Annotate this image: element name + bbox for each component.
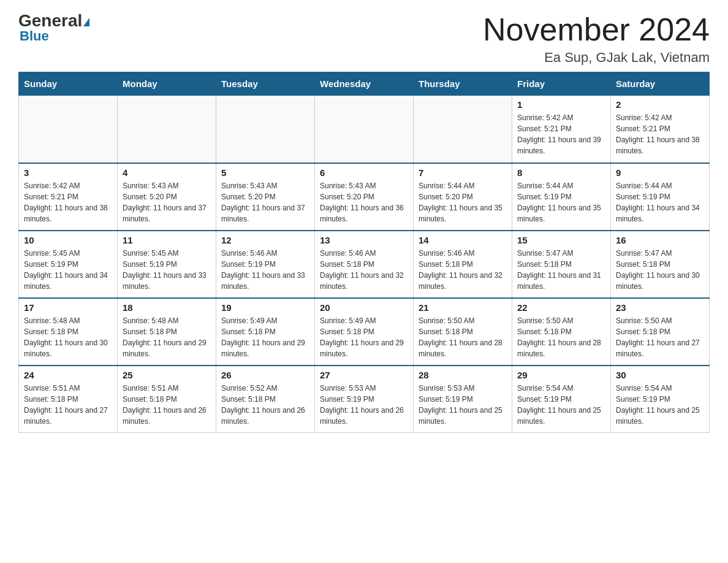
logo-triangle-icon xyxy=(83,18,89,26)
day-number: 4 xyxy=(123,167,211,178)
day-number: 10 xyxy=(24,235,112,245)
day-number: 30 xyxy=(616,370,704,380)
day-number: 19 xyxy=(221,302,309,313)
calendar-cell: 7Sunrise: 5:44 AMSunset: 5:20 PMDaylight… xyxy=(414,163,512,231)
calendar-cell: 21Sunrise: 5:50 AMSunset: 5:18 PMDayligh… xyxy=(414,298,512,366)
calendar-cell: 9Sunrise: 5:44 AMSunset: 5:19 PMDaylight… xyxy=(611,163,710,231)
calendar-cell: 29Sunrise: 5:54 AMSunset: 5:19 PMDayligh… xyxy=(512,366,611,433)
day-info: Sunrise: 5:46 AMSunset: 5:18 PMDaylight:… xyxy=(320,248,408,292)
calendar-cell: 27Sunrise: 5:53 AMSunset: 5:19 PMDayligh… xyxy=(315,366,414,433)
day-number: 16 xyxy=(616,235,704,245)
calendar-cell: 10Sunrise: 5:45 AMSunset: 5:19 PMDayligh… xyxy=(19,231,118,298)
day-number: 9 xyxy=(616,167,704,178)
calendar-cell xyxy=(414,96,512,163)
calendar-cell: 1Sunrise: 5:42 AMSunset: 5:21 PMDaylight… xyxy=(512,96,611,163)
calendar-week-row: 17Sunrise: 5:48 AMSunset: 5:18 PMDayligh… xyxy=(19,298,710,366)
calendar-cell: 15Sunrise: 5:47 AMSunset: 5:18 PMDayligh… xyxy=(512,231,611,298)
calendar-cell: 18Sunrise: 5:48 AMSunset: 5:18 PMDayligh… xyxy=(118,298,216,366)
day-info: Sunrise: 5:50 AMSunset: 5:18 PMDaylight:… xyxy=(616,315,704,359)
day-number: 12 xyxy=(221,235,309,245)
day-number: 13 xyxy=(320,235,408,245)
day-info: Sunrise: 5:45 AMSunset: 5:19 PMDaylight:… xyxy=(123,248,211,292)
calendar-cell: 19Sunrise: 5:49 AMSunset: 5:18 PMDayligh… xyxy=(216,298,315,366)
calendar-cell: 2Sunrise: 5:42 AMSunset: 5:21 PMDaylight… xyxy=(611,96,710,163)
weekday-header-row: SundayMondayTuesdayWednesdayThursdayFrid… xyxy=(19,72,710,96)
calendar-cell xyxy=(19,96,118,163)
day-number: 6 xyxy=(320,167,408,178)
calendar-week-row: 10Sunrise: 5:45 AMSunset: 5:19 PMDayligh… xyxy=(19,231,710,298)
day-number: 21 xyxy=(419,302,507,313)
day-number: 27 xyxy=(320,370,408,380)
day-number: 29 xyxy=(517,370,605,380)
calendar-cell: 14Sunrise: 5:46 AMSunset: 5:18 PMDayligh… xyxy=(414,231,512,298)
calendar-cell: 26Sunrise: 5:52 AMSunset: 5:18 PMDayligh… xyxy=(216,366,315,433)
day-info: Sunrise: 5:46 AMSunset: 5:18 PMDaylight:… xyxy=(419,248,507,292)
calendar-cell xyxy=(315,96,414,163)
day-info: Sunrise: 5:53 AMSunset: 5:19 PMDaylight:… xyxy=(419,383,507,427)
calendar-table: SundayMondayTuesdayWednesdayThursdayFrid… xyxy=(18,72,710,433)
logo-blue-text: Blue xyxy=(20,28,49,44)
calendar-cell: 23Sunrise: 5:50 AMSunset: 5:18 PMDayligh… xyxy=(611,298,710,366)
day-number: 5 xyxy=(221,167,309,178)
weekday-header-wednesday: Wednesday xyxy=(315,72,414,96)
day-info: Sunrise: 5:44 AMSunset: 5:20 PMDaylight:… xyxy=(419,180,507,224)
weekday-header-friday: Friday xyxy=(512,72,611,96)
day-info: Sunrise: 5:49 AMSunset: 5:18 PMDaylight:… xyxy=(320,315,408,359)
day-info: Sunrise: 5:45 AMSunset: 5:19 PMDaylight:… xyxy=(24,248,112,292)
page-header: General Blue November 2024 Ea Sup, GJak … xyxy=(18,12,710,66)
day-number: 26 xyxy=(221,370,309,380)
day-info: Sunrise: 5:43 AMSunset: 5:20 PMDaylight:… xyxy=(221,180,309,224)
day-number: 8 xyxy=(517,167,605,178)
weekday-header-sunday: Sunday xyxy=(19,72,118,96)
day-info: Sunrise: 5:46 AMSunset: 5:19 PMDaylight:… xyxy=(221,248,309,292)
logo: General Blue xyxy=(18,12,89,44)
calendar-cell: 30Sunrise: 5:54 AMSunset: 5:19 PMDayligh… xyxy=(611,366,710,433)
calendar-week-row: 3Sunrise: 5:42 AMSunset: 5:21 PMDaylight… xyxy=(19,163,710,231)
day-number: 1 xyxy=(517,99,605,110)
calendar-week-row: 1Sunrise: 5:42 AMSunset: 5:21 PMDaylight… xyxy=(19,96,710,163)
day-info: Sunrise: 5:49 AMSunset: 5:18 PMDaylight:… xyxy=(221,315,309,359)
day-info: Sunrise: 5:43 AMSunset: 5:20 PMDaylight:… xyxy=(123,180,211,224)
day-info: Sunrise: 5:48 AMSunset: 5:18 PMDaylight:… xyxy=(123,315,211,359)
calendar-cell: 4Sunrise: 5:43 AMSunset: 5:20 PMDaylight… xyxy=(118,163,216,231)
calendar-cell: 16Sunrise: 5:47 AMSunset: 5:18 PMDayligh… xyxy=(611,231,710,298)
day-info: Sunrise: 5:54 AMSunset: 5:19 PMDaylight:… xyxy=(517,383,605,427)
day-number: 2 xyxy=(616,99,704,110)
calendar-cell: 12Sunrise: 5:46 AMSunset: 5:19 PMDayligh… xyxy=(216,231,315,298)
day-number: 22 xyxy=(517,302,605,313)
day-info: Sunrise: 5:44 AMSunset: 5:19 PMDaylight:… xyxy=(517,180,605,224)
day-info: Sunrise: 5:51 AMSunset: 5:18 PMDaylight:… xyxy=(24,383,112,427)
day-number: 25 xyxy=(123,370,211,380)
day-number: 20 xyxy=(320,302,408,313)
day-info: Sunrise: 5:44 AMSunset: 5:19 PMDaylight:… xyxy=(616,180,704,224)
month-title: November 2024 xyxy=(483,12,710,47)
calendar-cell xyxy=(216,96,315,163)
calendar-cell: 17Sunrise: 5:48 AMSunset: 5:18 PMDayligh… xyxy=(19,298,118,366)
calendar-cell: 6Sunrise: 5:43 AMSunset: 5:20 PMDaylight… xyxy=(315,163,414,231)
day-number: 3 xyxy=(24,167,112,178)
weekday-header-monday: Monday xyxy=(118,72,216,96)
day-number: 24 xyxy=(24,370,112,380)
location-title: Ea Sup, GJak Lak, Vietnam xyxy=(483,50,710,66)
day-info: Sunrise: 5:47 AMSunset: 5:18 PMDaylight:… xyxy=(517,248,605,292)
calendar-cell xyxy=(118,96,216,163)
calendar-cell: 28Sunrise: 5:53 AMSunset: 5:19 PMDayligh… xyxy=(414,366,512,433)
calendar-cell: 8Sunrise: 5:44 AMSunset: 5:19 PMDaylight… xyxy=(512,163,611,231)
calendar-cell: 20Sunrise: 5:49 AMSunset: 5:18 PMDayligh… xyxy=(315,298,414,366)
weekday-header-tuesday: Tuesday xyxy=(216,72,315,96)
day-info: Sunrise: 5:52 AMSunset: 5:18 PMDaylight:… xyxy=(221,383,309,427)
calendar-cell: 13Sunrise: 5:46 AMSunset: 5:18 PMDayligh… xyxy=(315,231,414,298)
calendar-cell: 11Sunrise: 5:45 AMSunset: 5:19 PMDayligh… xyxy=(118,231,216,298)
title-area: November 2024 Ea Sup, GJak Lak, Vietnam xyxy=(483,12,710,66)
weekday-header-thursday: Thursday xyxy=(414,72,512,96)
logo-text: General xyxy=(18,12,89,29)
day-info: Sunrise: 5:42 AMSunset: 5:21 PMDaylight:… xyxy=(517,112,605,156)
calendar-cell: 25Sunrise: 5:51 AMSunset: 5:18 PMDayligh… xyxy=(118,366,216,433)
day-info: Sunrise: 5:50 AMSunset: 5:18 PMDaylight:… xyxy=(419,315,507,359)
day-number: 23 xyxy=(616,302,704,313)
day-number: 15 xyxy=(517,235,605,245)
day-info: Sunrise: 5:50 AMSunset: 5:18 PMDaylight:… xyxy=(517,315,605,359)
day-number: 17 xyxy=(24,302,112,313)
day-info: Sunrise: 5:54 AMSunset: 5:19 PMDaylight:… xyxy=(616,383,704,427)
day-number: 11 xyxy=(123,235,211,245)
